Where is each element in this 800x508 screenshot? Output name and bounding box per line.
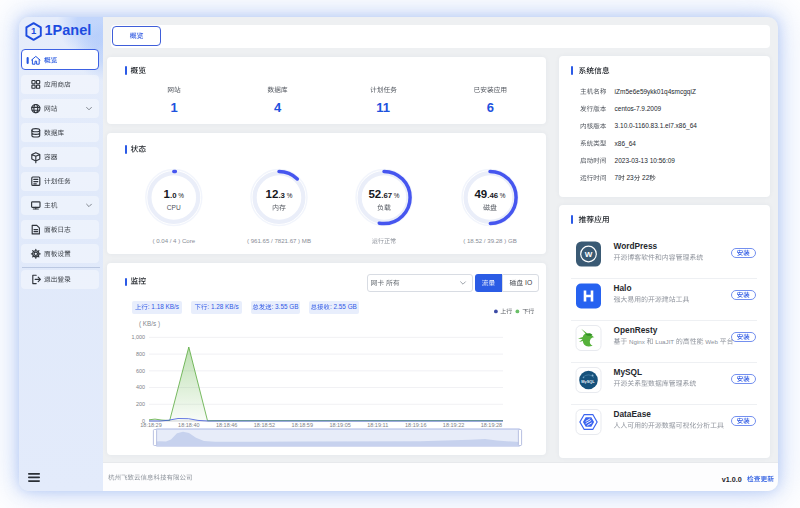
- svg-text:Web: Web: [704, 338, 720, 345]
- svg-text:%: %: [285, 192, 293, 199]
- svg-text:WordPress: WordPress: [614, 241, 658, 251]
- svg-text:18:19:11: 18:19:11: [367, 422, 388, 428]
- svg-text:: 1.18 KB/s: : 1.18 KB/s: [148, 303, 179, 310]
- svg-text:%: %: [498, 192, 506, 199]
- svg-text:: 1.28 KB/s: : 1.28 KB/s: [207, 303, 238, 310]
- svg-text:IO: IO: [523, 279, 532, 286]
- svg-text:7: 7: [615, 174, 619, 181]
- svg-text:W: W: [585, 250, 593, 259]
- svg-text:18:18:52: 18:18:52: [254, 422, 275, 428]
- svg-text:MySQL: MySQL: [581, 379, 595, 384]
- svg-text:Halo: Halo: [614, 283, 632, 293]
- svg-text:6: 6: [487, 100, 494, 115]
- svg-text:22: 22: [640, 174, 649, 181]
- svg-text:%: %: [177, 192, 185, 199]
- svg-text:OpenResty: OpenResty: [614, 325, 658, 335]
- svg-text:( 18.52 / 39.28 ) GB: ( 18.52 / 39.28 ) GB: [463, 237, 517, 244]
- svg-text:18:18:40: 18:18:40: [178, 422, 199, 428]
- svg-text:: 3.55 GB: : 3.55 GB: [272, 303, 299, 310]
- svg-text:MySQL: MySQL: [614, 367, 643, 377]
- svg-text:18:19:22: 18:19:22: [443, 422, 464, 428]
- svg-text:600: 600: [136, 368, 145, 374]
- svg-text:%: %: [392, 192, 400, 199]
- svg-text:CPU: CPU: [167, 204, 181, 211]
- svg-text:.46: .46: [487, 191, 499, 200]
- svg-text:52: 52: [368, 188, 381, 200]
- svg-text:3.10.0-1160.83.1.el7.x86_64: 3.10.0-1160.83.1.el7.x86_64: [615, 122, 698, 130]
- svg-text:.67: .67: [381, 191, 392, 200]
- svg-text:: 2.55 GB: : 2.55 GB: [330, 303, 357, 310]
- svg-text:x86_64: x86_64: [615, 140, 637, 148]
- svg-text:18:19:05: 18:19:05: [329, 422, 350, 428]
- svg-text:18:19:16: 18:19:16: [405, 422, 426, 428]
- svg-text:12: 12: [266, 188, 279, 200]
- svg-text:18:19:28: 18:19:28: [481, 422, 502, 428]
- svg-text:LuaJIT: LuaJIT: [654, 338, 676, 345]
- svg-text:18:18:29: 18:18:29: [140, 422, 161, 428]
- svg-text:800: 800: [136, 351, 145, 357]
- svg-text:( KB/s ): ( KB/s ): [139, 320, 160, 328]
- svg-text:centos-7.9.2009: centos-7.9.2009: [615, 105, 662, 112]
- svg-text:1,000: 1,000: [131, 334, 145, 340]
- svg-text:18:18:59: 18:18:59: [292, 422, 313, 428]
- svg-text:( 961.65 / 7821.67 ) MB: ( 961.65 / 7821.67 ) MB: [247, 237, 311, 244]
- svg-text:200: 200: [136, 401, 145, 407]
- svg-text:( 0.04 / 4 ) Core: ( 0.04 / 4 ) Core: [152, 237, 195, 244]
- svg-text:400: 400: [136, 384, 145, 390]
- svg-text:1: 1: [170, 100, 177, 115]
- svg-text:2023-03-13 10:56:09: 2023-03-13 10:56:09: [615, 157, 676, 164]
- svg-text:1Panel: 1Panel: [45, 22, 92, 38]
- svg-text:Nginx: Nginx: [627, 338, 646, 345]
- svg-text:1: 1: [31, 25, 37, 36]
- svg-text:49: 49: [474, 188, 487, 200]
- svg-text:iZm5e6e59ykk01q4smcgqiZ: iZm5e6e59ykk01q4smcgqiZ: [615, 88, 696, 96]
- svg-text:18:18:46: 18:18:46: [216, 422, 237, 428]
- svg-text:4: 4: [274, 100, 282, 115]
- svg-text:11: 11: [376, 100, 390, 115]
- svg-text:DataEase: DataEase: [614, 409, 652, 419]
- svg-text:23: 23: [625, 174, 634, 181]
- svg-text:v1.0.0: v1.0.0: [722, 475, 742, 484]
